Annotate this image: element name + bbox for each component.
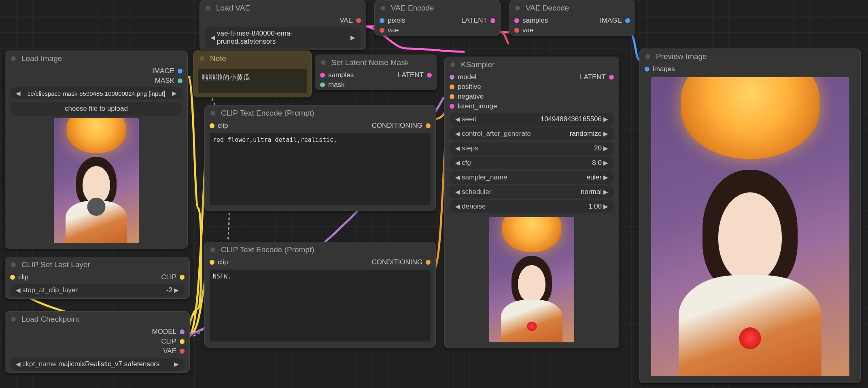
ksampler-preview xyxy=(489,217,574,342)
node-title[interactable]: Load Image xyxy=(5,51,187,66)
prev-icon[interactable]: ◀ xyxy=(14,90,22,97)
port-model[interactable] xyxy=(450,75,454,80)
node-latent-noise-mask[interactable]: Set Latent Noise Mask samples LATENT mas… xyxy=(315,55,437,90)
node-title[interactable]: Set Latent Noise Mask xyxy=(315,55,437,70)
widget-value: majicmixRealistic_v7.safetensors xyxy=(58,360,159,368)
node-preview-image[interactable]: Preview Image images xyxy=(639,48,861,383)
port-latent-image[interactable] xyxy=(450,104,454,109)
label-images: images xyxy=(653,65,675,73)
label-conditioning: CONDITIONING xyxy=(371,258,422,266)
port-latent-out[interactable] xyxy=(490,18,495,23)
node-title[interactable]: KSampler xyxy=(445,57,619,72)
widget-label: stop_at_clip_layer xyxy=(22,286,78,294)
title-text: Note xyxy=(210,54,226,63)
seed-widget[interactable]: ◀seed1049488436165506▶ xyxy=(450,113,614,126)
port-vae[interactable] xyxy=(380,28,384,33)
port-images[interactable] xyxy=(645,67,649,72)
prev-icon[interactable]: ◀ xyxy=(209,34,217,41)
node-title[interactable]: VAE Decode xyxy=(509,0,635,16)
scheduler-widget[interactable]: ◀schedulernormal▶ xyxy=(450,186,614,198)
sampler-name-widget[interactable]: ◀sampler_nameeuler▶ xyxy=(450,171,614,184)
port-latent-out[interactable] xyxy=(427,73,432,78)
port-negative[interactable] xyxy=(450,94,454,99)
node-note[interactable]: Note 啦啦啦的小黄瓜 xyxy=(193,51,312,97)
node-title[interactable]: Load Checkpoint xyxy=(5,312,189,327)
label-mask: MASK xyxy=(155,77,174,85)
mask-circle xyxy=(87,198,106,216)
prev-icon[interactable]: ◀ xyxy=(14,361,22,368)
label-clip: clip xyxy=(218,258,228,266)
port-positive[interactable] xyxy=(450,84,454,89)
label-conditioning: CONDITIONING xyxy=(371,122,422,130)
port-vae-out[interactable] xyxy=(180,349,185,354)
node-title[interactable]: CLIP Text Encode (Prompt) xyxy=(205,105,435,121)
port-vae[interactable] xyxy=(514,28,519,33)
title-text: KSampler xyxy=(461,60,494,69)
node-load-image[interactable]: Load Image IMAGE MASK ◀ce/clipspace-mask… xyxy=(5,51,188,249)
port-cond-out[interactable] xyxy=(426,123,431,128)
image-file-value: ce/clipspace-mask-5590485.100000024.png … xyxy=(28,90,165,97)
node-load-vae[interactable]: Load VAE VAE ◀vae-ft-mse-840000-ema-prun… xyxy=(199,0,366,50)
steps-widget[interactable]: ◀steps20▶ xyxy=(450,142,614,155)
label-clip: CLIP xyxy=(161,337,176,346)
vae-file-widget[interactable]: ◀vae-ft-mse-840000-ema-pruned.safetensor… xyxy=(205,27,361,48)
node-clip-negative[interactable]: CLIP Text Encode (Prompt) clip CONDITION… xyxy=(204,242,436,348)
label-image: IMAGE xyxy=(600,17,622,25)
prompt-textarea[interactable] xyxy=(210,133,431,205)
next-icon[interactable]: ▶ xyxy=(172,361,180,368)
node-vae-decode[interactable]: VAE Decode samples IMAGE vae xyxy=(509,0,635,36)
control-after-generate-widget[interactable]: ◀control_after_generaterandomize▶ xyxy=(450,127,614,140)
next-icon[interactable]: ▶ xyxy=(170,90,178,97)
port-mask-out[interactable] xyxy=(178,78,183,83)
port-clip-in[interactable] xyxy=(10,275,15,280)
node-title[interactable]: Note xyxy=(194,51,311,66)
port-clip[interactable] xyxy=(210,260,214,265)
node-vae-encode[interactable]: VAE Encode pixels LATENT vae xyxy=(374,0,501,36)
upload-button[interactable]: choose file to upload xyxy=(10,102,183,116)
node-clip-set-last-layer[interactable]: CLIP Set Last Layer clip CLIP ◀stop_at_c… xyxy=(5,257,190,299)
port-latent-out[interactable] xyxy=(609,75,614,80)
stop-at-layer-widget[interactable]: ◀stop_at_clip_layer-2▶ xyxy=(10,284,185,297)
port-mask[interactable] xyxy=(320,82,325,87)
denoise-widget[interactable]: ◀denoise1.00▶ xyxy=(450,200,614,213)
label-vae: VAE xyxy=(163,347,176,355)
port-model-out[interactable] xyxy=(180,329,185,334)
title-text: Preview Image xyxy=(656,52,707,61)
vae-file-value: vae-ft-mse-840000-ema-pruned.safetensors xyxy=(217,30,349,46)
node-ksampler[interactable]: KSampler model LATENT positive negative … xyxy=(444,57,619,348)
port-vae-out[interactable] xyxy=(356,18,361,23)
label-mask: mask xyxy=(328,81,345,89)
note-text[interactable]: 啦啦啦的小黄瓜 xyxy=(198,69,307,93)
node-title[interactable]: Load VAE xyxy=(200,0,366,16)
port-clip[interactable] xyxy=(210,123,214,128)
next-icon[interactable]: ▶ xyxy=(349,34,357,41)
label-latent-image: latent_image xyxy=(458,102,497,110)
label-clip: clip xyxy=(218,122,228,130)
port-image-out[interactable] xyxy=(625,18,630,23)
label-pixels: pixels xyxy=(388,17,405,25)
port-clip-out[interactable] xyxy=(180,275,185,280)
port-image-out[interactable] xyxy=(178,69,183,74)
port-cond-out[interactable] xyxy=(426,260,431,265)
label-vae: vae xyxy=(388,26,399,34)
port-pixels[interactable] xyxy=(380,18,384,23)
prompt-textarea[interactable] xyxy=(210,270,431,342)
image-file-widget[interactable]: ◀ce/clipspace-mask-5590485.100000024.png… xyxy=(10,87,183,99)
next-icon[interactable]: ▶ xyxy=(172,287,180,294)
port-clip-out[interactable] xyxy=(180,339,185,344)
label-latent: LATENT xyxy=(461,17,487,25)
node-clip-positive[interactable]: CLIP Text Encode (Prompt) clip CONDITION… xyxy=(204,105,436,211)
node-title[interactable]: Preview Image xyxy=(640,49,860,64)
port-samples[interactable] xyxy=(320,73,325,78)
ckpt-widget[interactable]: ◀ckpt_namemajicmixRealistic_v7.safetenso… xyxy=(10,358,185,371)
prev-icon[interactable]: ◀ xyxy=(14,287,22,294)
node-title[interactable]: CLIP Set Last Layer xyxy=(5,257,189,272)
node-title[interactable]: VAE Encode xyxy=(375,0,500,16)
node-load-checkpoint[interactable]: Load Checkpoint MODEL CLIP VAE ◀ckpt_nam… xyxy=(5,311,190,373)
cfg-widget[interactable]: ◀cfg8.0▶ xyxy=(450,156,614,169)
label-samples: samples xyxy=(328,71,354,79)
title-text: CLIP Text Encode (Prompt) xyxy=(221,245,314,254)
port-samples[interactable] xyxy=(514,18,519,23)
node-title[interactable]: CLIP Text Encode (Prompt) xyxy=(205,242,435,257)
title-text: Set Latent Noise Mask xyxy=(331,58,409,67)
